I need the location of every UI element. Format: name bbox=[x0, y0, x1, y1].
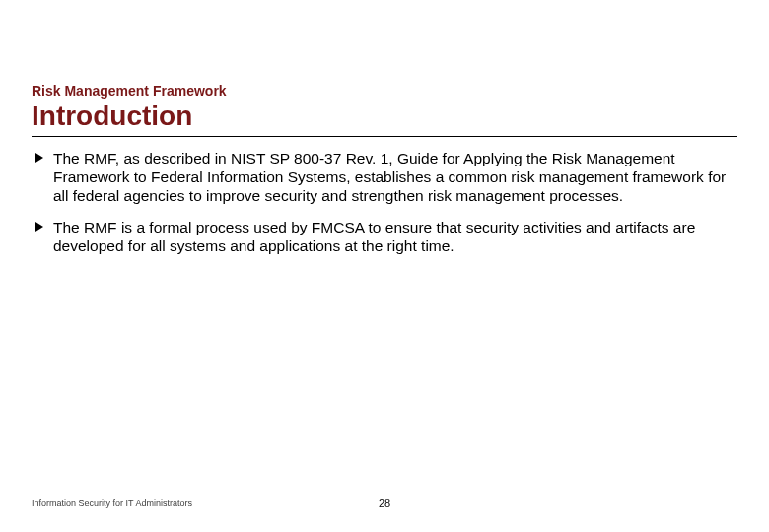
slide-header: Risk Management Framework Introduction bbox=[0, 0, 769, 132]
slide-suptitle: Risk Management Framework bbox=[32, 83, 737, 100]
list-item: The RMF is a formal process used by FMCS… bbox=[32, 218, 737, 256]
slide-footer: Information Security for IT Administrato… bbox=[0, 499, 769, 508]
triangle-bullet-icon bbox=[35, 153, 43, 163]
footer-text: Information Security for IT Administrato… bbox=[32, 499, 192, 508]
list-item: The RMF, as described in NIST SP 800-37 … bbox=[32, 149, 737, 206]
bullet-list: The RMF, as described in NIST SP 800-37 … bbox=[32, 149, 737, 256]
triangle-bullet-icon bbox=[35, 222, 43, 232]
title-underline bbox=[32, 136, 737, 137]
slide-title: Introduction bbox=[32, 101, 737, 132]
bullet-text: The RMF, as described in NIST SP 800-37 … bbox=[53, 150, 726, 205]
page-number: 28 bbox=[379, 498, 390, 509]
slide: Risk Management Framework Introduction T… bbox=[0, 0, 769, 532]
slide-body: The RMF, as described in NIST SP 800-37 … bbox=[0, 149, 769, 256]
bullet-text: The RMF is a formal process used by FMCS… bbox=[53, 219, 695, 254]
